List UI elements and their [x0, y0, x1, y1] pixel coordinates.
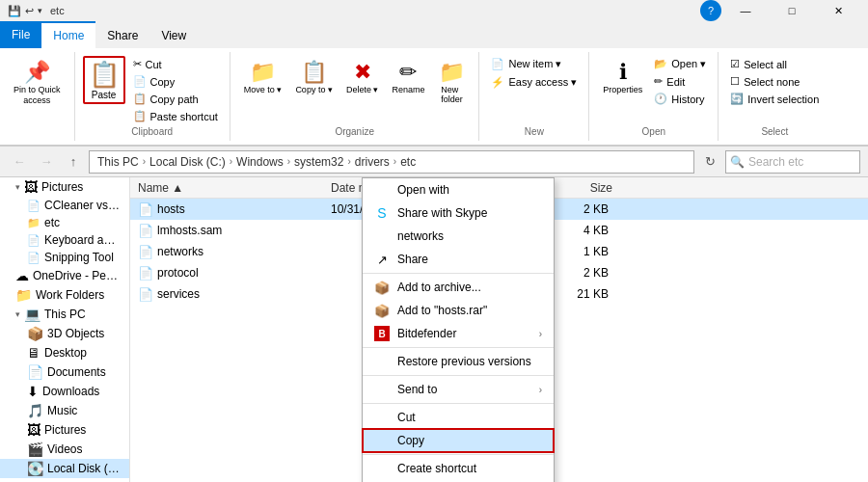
quick-access-save[interactable]: 💾 — [8, 5, 21, 17]
sidebar-item-downloads[interactable]: ⬇ Downloads — [0, 382, 129, 401]
address-bar[interactable]: This PC › Local Disk (C:) › Windows › sy… — [89, 150, 694, 174]
refresh-button[interactable]: ↻ — [698, 150, 721, 174]
clipboard-label: Clipboard — [131, 124, 173, 137]
pin-to-quick-access-button[interactable]: 📌 Pin to Quickaccess — [8, 56, 67, 110]
path-drivers[interactable]: drivers — [355, 155, 390, 169]
ctx-cut[interactable]: Cut — [363, 406, 554, 429]
easy-access-button[interactable]: ⚡ Easy access ▾ — [487, 74, 581, 91]
sep3: › — [287, 156, 290, 167]
rename-button[interactable]: ✏ Rename — [386, 56, 430, 98]
sidebar-item-localdisk[interactable]: 💽 Local Disk (C:) — [0, 459, 129, 478]
col-size-hosts: 2 KB — [558, 202, 616, 216]
close-button[interactable]: ✕ — [816, 0, 860, 21]
paste-shortcut-button[interactable]: 📋 Paste shortcut — [129, 108, 222, 124]
sidebar-item-ccleaner[interactable]: 📄 CCleaner vs Ava — [0, 197, 129, 214]
path-windows[interactable]: Windows — [236, 155, 284, 169]
ctx-share[interactable]: ↗ Share — [363, 248, 554, 271]
path-this-pc[interactable]: This PC — [97, 155, 139, 169]
sidebar-item-desktop[interactable]: 🖥 Desktop — [0, 343, 129, 362]
copy-to-label: Copy to ▾ — [295, 85, 333, 94]
sidebar-item-pictures[interactable]: ▾ 🖼 Pictures — [0, 177, 129, 197]
tab-share[interactable]: Share — [95, 21, 149, 48]
copy-label: Copy — [150, 76, 176, 88]
sidebar-item-music[interactable]: 🎵 Music — [0, 401, 129, 420]
edit-button[interactable]: ✏ Edit — [650, 73, 710, 90]
move-to-button[interactable]: 📁 Move to ▾ — [238, 56, 288, 98]
new-folder-button[interactable]: 📁 Newfolder — [432, 56, 471, 108]
history-button[interactable]: 🕐 History — [650, 91, 710, 107]
paste-button[interactable]: 📋 Paste — [83, 56, 125, 104]
new-label: New — [525, 124, 544, 137]
col-name-protocol: 📄 protocol — [134, 265, 327, 281]
path-etc[interactable]: etc — [400, 155, 416, 169]
sidebar-item-keyboard[interactable]: 📄 Keyboard and M — [0, 231, 129, 249]
sidebar-item-documents[interactable]: 📄 Documents — [0, 362, 129, 382]
sidebar-item-workfolders[interactable]: 📁 Work Folders — [0, 285, 129, 305]
ctx-send-to[interactable]: Send to › — [363, 378, 554, 401]
sidebar-label-desktop: Desktop — [44, 346, 87, 360]
3dobjects-icon: 📦 — [27, 326, 43, 341]
ctx-add-archive[interactable]: 📦 Add to archive... — [363, 276, 554, 299]
sidebar-item-thispc[interactable]: ▾ 💻 This PC — [0, 305, 129, 324]
sidebar-item-snipping[interactable]: 📄 Snipping Tool — [0, 249, 129, 266]
tab-file[interactable]: File — [0, 21, 41, 48]
ctx-skype-icon: S — [374, 205, 390, 221]
copy-button[interactable]: 📄 Copy — [129, 73, 222, 90]
open-button[interactable]: 📂 Open ▾ — [650, 56, 710, 72]
protocol-name: protocol — [157, 266, 199, 280]
ctx-bitdefender-label: Bitdefender — [397, 327, 456, 340]
sidebar: ▾ 🖼 Pictures 📄 CCleaner vs Ava 📁 etc 📄 K… — [0, 177, 130, 482]
select-all-icon: ☑ — [730, 58, 740, 70]
col-name-header[interactable]: Name ▲ — [134, 181, 327, 195]
ctx-sendto-arrow: › — [539, 385, 542, 395]
ctx-share-skype[interactable]: S Share with Skype — [363, 201, 554, 225]
help-button[interactable]: ? — [700, 0, 721, 21]
paste-shortcut-label: Paste shortcut — [150, 111, 218, 122]
quick-access-undo[interactable]: ↩ — [25, 5, 34, 17]
sidebar-label-onedrive: OneDrive - Perso — [33, 269, 122, 282]
ctx-add-hosts-rar[interactable]: 📦 Add to "hosts.rar" — [363, 299, 554, 322]
music-icon: 🎵 — [27, 403, 43, 418]
sidebar-item-etc[interactable]: 📁 etc — [0, 214, 129, 231]
documents-icon: 📄 — [27, 364, 43, 380]
select-all-button[interactable]: ☑ Select all — [726, 56, 791, 72]
search-icon: 🔍 — [730, 155, 745, 169]
sidebar-item-onedrive[interactable]: ☁ OneDrive - Perso — [0, 266, 129, 285]
delete-button[interactable]: ✖ Delete ▾ — [340, 56, 385, 98]
select-none-button[interactable]: ☐ Select none — [726, 73, 803, 90]
new-item-button[interactable]: 📄 New item ▾ — [487, 56, 565, 72]
tab-view[interactable]: View — [149, 21, 198, 48]
history-label: History — [671, 94, 704, 105]
forward-button[interactable]: → — [35, 150, 58, 174]
cut-button[interactable]: ✂ Cut — [129, 56, 222, 72]
path-system32[interactable]: system32 — [294, 155, 343, 169]
minimize-button[interactable]: — — [723, 0, 768, 21]
sidebar-item-3dobjects[interactable]: 📦 3D Objects — [0, 324, 129, 343]
networks-icon: 📄 — [138, 244, 153, 259]
ctx-networks[interactable]: networks — [363, 225, 554, 248]
quick-access-dropdown[interactable]: ▾ — [38, 6, 42, 15]
tab-home[interactable]: Home — [41, 21, 95, 48]
title-bar-left: 💾 ↩ ▾ etc — [8, 5, 65, 17]
ctx-create-shortcut[interactable]: Create shortcut — [363, 457, 554, 480]
invert-selection-button[interactable]: 🔄 Invert selection — [726, 91, 823, 107]
copy-to-button[interactable]: 📋 Copy to ▾ — [289, 56, 339, 98]
maximize-button[interactable]: □ — [770, 0, 814, 21]
sidebar-item-videos[interactable]: 🎬 Videos — [0, 440, 129, 459]
back-button[interactable]: ← — [8, 150, 31, 174]
ctx-open-with[interactable]: Open with — [363, 178, 554, 201]
up-button[interactable]: ↑ — [62, 150, 85, 174]
desktop-icon: 🖥 — [27, 345, 41, 361]
ctx-bitdefender[interactable]: B Bitdefender › — [363, 322, 554, 345]
col-size-header[interactable]: Size — [558, 181, 616, 195]
sidebar-item-pictures2[interactable]: 🖼 Pictures — [0, 420, 129, 440]
properties-button[interactable]: ℹ Properties — [597, 56, 648, 98]
col-name-networks: 📄 networks — [134, 244, 327, 259]
ctx-restore-versions[interactable]: Restore previous versions — [363, 350, 554, 373]
ctx-copy[interactable]: Copy — [363, 429, 554, 452]
copy-path-button[interactable]: 📋 Copy path — [129, 91, 222, 107]
easy-access-label: Easy access ▾ — [508, 76, 577, 89]
path-local-disk[interactable]: Local Disk (C:) — [149, 155, 226, 169]
new-folder-icon: 📁 — [439, 60, 465, 85]
search-box[interactable]: 🔍 Search etc — [725, 150, 860, 174]
